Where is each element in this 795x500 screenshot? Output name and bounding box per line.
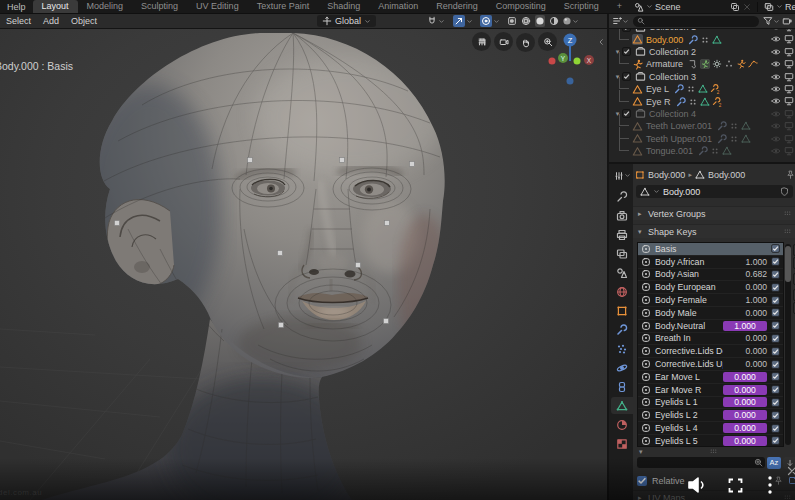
pin-icon[interactable] <box>786 170 795 179</box>
menu-add[interactable]: Add <box>37 16 65 26</box>
properties-tab-material[interactable] <box>611 416 633 433</box>
drag-grip-icon[interactable] <box>783 209 792 218</box>
disable-viewport-icon[interactable] <box>784 47 794 57</box>
outliner-row-armature[interactable]: Armature <box>609 58 795 70</box>
shapekey-mute-checkbox[interactable] <box>771 398 780 407</box>
show-gizmo-toggle[interactable] <box>507 15 517 27</box>
chevron-down-icon[interactable] <box>466 18 473 25</box>
control-handle[interactable] <box>385 221 390 226</box>
shapekey-pin-icon[interactable] <box>774 476 783 485</box>
tridata-icon[interactable] <box>741 121 751 131</box>
show-overlays-toggle[interactable] <box>521 15 531 27</box>
shapekey-name[interactable]: Breath In <box>655 333 723 343</box>
hide-eye-icon[interactable] <box>771 109 781 119</box>
outliner-item-label[interactable]: Collection 3 <box>649 72 696 82</box>
shapekey-name[interactable]: Corrective.Lids Up <box>655 359 723 369</box>
shapekey-name[interactable]: Eyelids L 2 <box>655 410 723 420</box>
toggle-grid-button[interactable] <box>472 32 491 51</box>
shapekey-row-body-african[interactable]: Body African1.000 <box>638 256 783 269</box>
outliner-row-collection-2[interactable]: ▾Collection 2 <box>609 46 795 58</box>
menu-help[interactable]: Help <box>0 2 33 12</box>
shading-solid-button[interactable] <box>535 15 545 27</box>
shapekey-mute-checkbox[interactable] <box>771 308 780 317</box>
disable-viewport-icon[interactable] <box>784 109 794 119</box>
mesh-datablock-field[interactable]: Body.000 <box>636 185 793 198</box>
disable-viewport-icon[interactable] <box>784 121 794 131</box>
shapekey-mute-checkbox[interactable] <box>771 283 780 292</box>
scene-name[interactable]: Scene <box>655 2 727 12</box>
disable-viewport-icon[interactable] <box>784 34 794 44</box>
control-handle[interactable] <box>248 158 253 163</box>
filter-icon[interactable] <box>763 16 773 26</box>
hide-eye-icon[interactable] <box>771 47 781 57</box>
shapekey-value[interactable]: 0.000 <box>723 346 767 356</box>
tridata-icon[interactable] <box>698 84 708 94</box>
properties-tab-scene[interactable] <box>611 264 633 281</box>
hide-eye-icon[interactable] <box>771 96 781 106</box>
shapekey-value[interactable]: 0.000 <box>723 372 767 382</box>
properties-tab-objectdata[interactable] <box>611 397 633 414</box>
shading-material-button[interactable] <box>549 15 559 27</box>
shapekey-row-body-neutral[interactable]: Body.Neutral1.000 <box>638 320 783 333</box>
close-icon[interactable] <box>786 465 795 477</box>
wrench-icon[interactable] <box>676 97 686 107</box>
fcurve-icon[interactable] <box>748 59 758 69</box>
workspace-tab-layout[interactable]: Layout <box>33 0 78 13</box>
shapekey-row-body-european[interactable]: Body European0.000 <box>638 281 783 294</box>
properties-tab-physics[interactable] <box>611 359 633 376</box>
hide-eye-icon[interactable] <box>771 72 781 82</box>
vertex-groups-panel[interactable]: ▸Vertex Groups <box>633 206 795 220</box>
shapekey-value[interactable]: 0.000 <box>723 333 767 343</box>
hook-icon[interactable] <box>688 59 698 69</box>
shapekey-row-body-male[interactable]: Body Male0.000 <box>638 307 783 320</box>
outliner-item-label[interactable]: Teeth Lower.001 <box>646 121 712 131</box>
new-scene-button[interactable] <box>730 2 740 12</box>
properties-tab-particles[interactable] <box>611 340 633 357</box>
control-handle[interactable] <box>279 323 284 328</box>
control-handle[interactable] <box>340 158 345 163</box>
control-handle[interactable] <box>384 319 389 324</box>
workspace-tab-modeling[interactable]: Modeling <box>78 0 133 13</box>
new-collection-button[interactable] <box>782 16 792 26</box>
hide-eye-icon[interactable] <box>771 84 781 94</box>
shapekey-name[interactable]: Body Asian <box>655 269 723 279</box>
outliner-item-label[interactable]: Collection 4 <box>649 109 696 119</box>
outliner-row-eye-l[interactable]: Eye L2 <box>609 83 795 95</box>
wrench-icon[interactable] <box>717 121 727 131</box>
disable-viewport-icon[interactable] <box>784 96 794 106</box>
shapekey-value[interactable]: 1.000 <box>723 295 767 305</box>
properties-tab-modifiers[interactable] <box>611 321 633 338</box>
shapekey-row-body-asian[interactable]: Body Asian0.682 <box>638 269 783 282</box>
control-handle[interactable] <box>410 162 415 167</box>
properties-tab-texture[interactable] <box>611 435 633 452</box>
shapekey-name[interactable]: Body Female <box>655 295 723 305</box>
hide-eye-icon[interactable] <box>771 121 781 131</box>
shapekey-value[interactable]: 0.000 <box>723 308 767 318</box>
outliner-row-collection-3[interactable]: ▾Collection 3 <box>609 71 795 83</box>
mod2-icon[interactable]: 2 <box>710 84 720 94</box>
shapekey-mute-checkbox[interactable] <box>771 385 780 394</box>
breadcrumb-object[interactable]: Body.000 <box>648 170 685 180</box>
workspace-tab-shading[interactable]: Shading <box>318 0 369 13</box>
outliner-item-label[interactable]: Armature <box>646 59 683 69</box>
tridata-icon[interactable] <box>712 35 722 45</box>
shapekey-name[interactable]: Body Male <box>655 308 723 318</box>
shapekey-row-body-female[interactable]: Body Female1.000 <box>638 294 783 307</box>
shapekey-value[interactable]: 1.000 <box>723 257 767 267</box>
shapekey-name[interactable]: Body.Neutral <box>655 321 723 331</box>
workspace-tab-scripting[interactable]: Scripting <box>555 0 608 13</box>
disable-viewport-icon[interactable] <box>784 29 794 32</box>
wrench-icon[interactable] <box>717 134 727 144</box>
shapekey-name[interactable]: Body African <box>655 257 723 267</box>
shapekey-mute-checkbox[interactable] <box>771 296 780 305</box>
shapekey-mute-checkbox[interactable] <box>771 347 780 356</box>
shapekey-name[interactable]: Ear Move R <box>655 385 723 395</box>
properties-tab-viewlayer[interactable] <box>611 245 633 262</box>
shape-keys-list[interactable]: BasisBody African1.000Body Asian0.682Bod… <box>637 242 784 447</box>
shapekey-value[interactable]: 1.000 <box>723 321 767 331</box>
outliner-row-teeth-lower-001[interactable]: Teeth Lower.001 <box>609 120 795 132</box>
outliner-row-eye-r[interactable]: Eye R2 <box>609 95 795 107</box>
shapekey-value[interactable]: 0.000 <box>723 282 767 292</box>
hide-eye-icon[interactable] <box>771 146 781 156</box>
hide-eye-icon[interactable] <box>771 34 781 44</box>
